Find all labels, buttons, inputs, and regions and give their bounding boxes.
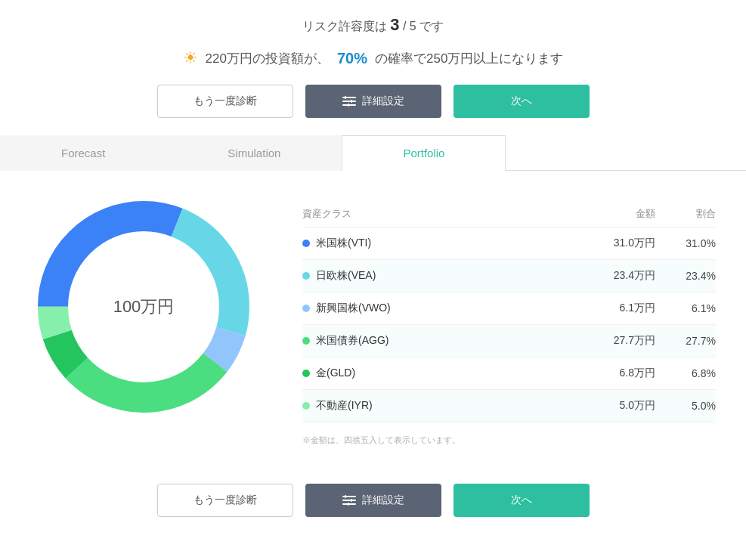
asset-name: 新興国株(VWO) <box>316 302 391 315</box>
next-button-bottom[interactable]: 次へ <box>453 484 590 517</box>
row-name: 新興国株(VWO) <box>302 302 572 315</box>
svg-rect-1 <box>342 101 356 102</box>
settings-icon-bottom <box>342 495 356 506</box>
bottom-action-buttons: もう一度診断 詳細設定 次へ <box>0 484 746 517</box>
table-row: 米国株(VTI) 31.0万円 31.0% <box>302 227 716 260</box>
svg-rect-4 <box>351 100 352 103</box>
row-amount: 6.8万円 <box>572 367 655 380</box>
svg-rect-3 <box>345 96 346 99</box>
row-amount: 31.0万円 <box>572 237 655 250</box>
dot-icon <box>302 402 310 410</box>
portfolio-note: ※金額は、四捨五入して表示しています。 <box>302 435 716 446</box>
row-ratio: 31.0% <box>655 237 716 249</box>
settings-icon <box>342 96 356 107</box>
dot-icon <box>302 370 310 377</box>
table-row: 新興国株(VWO) 6.1万円 6.1% <box>302 292 716 325</box>
row-name: 米国債券(AGG) <box>302 334 572 348</box>
row-amount: 5.0万円 <box>572 399 655 413</box>
asset-name: 日欧株(VEA) <box>316 269 376 283</box>
top-action-buttons: もう一度診断 詳細設定 次へ <box>0 85 746 118</box>
row-name: 不動産(IYR) <box>302 399 572 413</box>
row-ratio: 27.7% <box>655 335 716 347</box>
forecast-banner: ☀ 220万円の投資額が、 70% の確率で250万円以上になります <box>0 48 746 68</box>
tab-simulation[interactable]: Simulation <box>166 135 342 171</box>
risk-number: 3 <box>390 15 399 34</box>
risk-label-pre: リスク許容度は <box>302 20 387 32</box>
dot-icon <box>302 305 310 312</box>
tabs: Forecast Simulation Portfolio <box>0 135 746 171</box>
asset-name: 米国株(VTI) <box>316 237 371 250</box>
forecast-probability-text: の確率で250万円以上になります <box>375 50 563 67</box>
dot-icon <box>302 240 310 247</box>
portfolio-table: 資産クラス 金額 割合 米国株(VTI) 31.0万円 31.0% 日欧株(VE… <box>302 193 716 446</box>
row-ratio: 5.0% <box>655 400 716 412</box>
risk-label-post: です <box>419 20 444 32</box>
forecast-probability: 70% <box>337 50 367 67</box>
row-ratio: 6.8% <box>655 367 716 379</box>
row-name: 金(GLD) <box>302 367 572 380</box>
settings-button-top-label: 詳細設定 <box>362 94 404 108</box>
next-button-top[interactable]: 次へ <box>453 85 590 118</box>
sun-icon: ☀ <box>183 48 198 68</box>
asset-name: 金(GLD) <box>316 367 355 380</box>
svg-rect-18 <box>348 503 349 506</box>
row-name: 日欧株(VEA) <box>302 269 572 283</box>
settings-button-top[interactable]: 詳細設定 <box>305 85 441 118</box>
row-amount: 27.7万円 <box>572 334 655 348</box>
settings-button-bottom[interactable]: 詳細設定 <box>305 484 441 517</box>
main-content: 100万円 資産クラス 金額 割合 米国株(VTI) 31.0万円 31.0% … <box>0 193 746 446</box>
donut-center-label: 100万円 <box>113 295 175 318</box>
dot-icon <box>302 337 310 345</box>
row-amount: 6.1万円 <box>572 302 655 315</box>
svg-rect-0 <box>342 97 356 98</box>
tab-forecast[interactable]: Forecast <box>0 135 166 171</box>
table-row: 金(GLD) 6.8万円 6.8% <box>302 357 716 390</box>
table-row: 日欧株(VEA) 23.4万円 23.4% <box>302 260 716 292</box>
retry-button-bottom[interactable]: もう一度診断 <box>157 484 293 517</box>
row-ratio: 23.4% <box>655 270 716 282</box>
table-row: 不動産(IYR) 5.0万円 5.0% <box>302 390 716 422</box>
svg-rect-17 <box>351 499 352 502</box>
retry-button-top[interactable]: もう一度診断 <box>157 85 293 118</box>
dot-icon <box>302 272 310 280</box>
row-amount: 23.4万円 <box>572 269 655 283</box>
col-header-amount: 金額 <box>572 207 655 221</box>
settings-button-bottom-label: 詳細設定 <box>362 493 404 507</box>
forecast-amount: 220万円の投資額が、 <box>206 50 330 67</box>
row-name: 米国株(VTI) <box>302 237 572 250</box>
risk-header: リスク許容度は 3 / 5 です <box>0 15 746 35</box>
col-header-ratio: 割合 <box>655 207 716 221</box>
tab-portfolio[interactable]: Portfolio <box>342 135 506 171</box>
asset-name: 不動産(IYR) <box>316 399 373 413</box>
svg-rect-5 <box>348 104 349 107</box>
risk-max: 5 <box>410 20 416 32</box>
portfolio-rows: 米国株(VTI) 31.0万円 31.0% 日欧株(VEA) 23.4万円 23… <box>302 227 716 422</box>
row-ratio: 6.1% <box>655 302 716 314</box>
svg-rect-13 <box>342 496 356 497</box>
donut-chart: 100万円 <box>30 193 257 420</box>
table-row: 米国債券(AGG) 27.7万円 27.7% <box>302 325 716 357</box>
col-header-name: 資産クラス <box>302 207 572 221</box>
table-header: 資産クラス 金額 割合 <box>302 201 716 227</box>
risk-separator: / <box>403 20 406 32</box>
svg-rect-16 <box>345 495 346 498</box>
asset-name: 米国債券(AGG) <box>316 334 388 348</box>
svg-rect-14 <box>342 500 356 501</box>
page-wrapper: リスク許容度は 3 / 5 です ☀ 220万円の投資額が、 70% の確率で2… <box>0 0 746 540</box>
